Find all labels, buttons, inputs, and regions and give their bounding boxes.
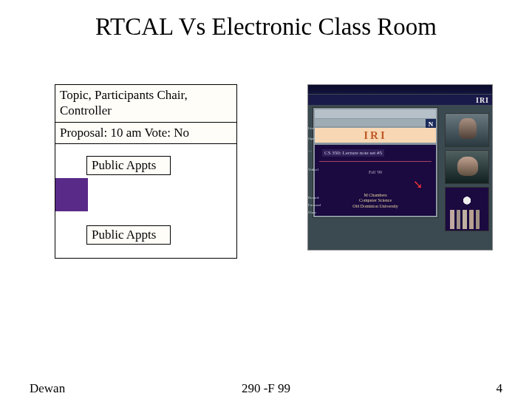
banner-brand: IRI (476, 96, 489, 104)
shared-slide-footer: M Chambers Computer Science Old Dominion… (315, 193, 436, 210)
banner-bar: IRI (308, 95, 492, 105)
app-logo: IRI (315, 128, 436, 143)
slide-title: RTCAL Vs Electronic Class Room (0, 13, 532, 41)
private-appt-block (55, 178, 88, 211)
video-thumb-3 (445, 187, 489, 231)
univ-line: Old Dominion University (315, 204, 436, 210)
side-label: Record (308, 196, 323, 200)
side-label: Close (308, 211, 323, 214)
side-label: Open (308, 137, 323, 140)
footer-page: 4 (497, 381, 503, 396)
public-appt-2: Public Appts (86, 225, 171, 245)
shared-window: N IRI CS 350: Lecture note set #5 Fall '… (313, 107, 438, 218)
shared-slide-term: Fall '99 (315, 170, 436, 174)
divider-line (319, 161, 432, 162)
calendar-grid: Public Appts Public Appts (55, 143, 237, 259)
window-titlebar (308, 85, 492, 94)
shared-slide-title: CS 350: Lecture note set #5 (322, 149, 384, 157)
side-label: Forward (308, 203, 323, 207)
toolbar-row-2 (315, 119, 436, 126)
side-label: List (308, 126, 323, 130)
side-label: — (308, 149, 323, 152)
author-line: M Chambers (315, 193, 436, 199)
pointer-arrow-icon: ➘ (413, 177, 423, 191)
shared-slide: CS 350: Lecture note set #5 Fall '99 ➘ M… (315, 145, 436, 216)
topic-box: Topic, Participants Chair, Controller (55, 84, 237, 123)
proposal-box: Proposal: 10 am Vote: No (55, 122, 237, 144)
video-thumb-1 (445, 113, 489, 147)
toolbar-row-1 (315, 109, 436, 118)
slide: RTCAL Vs Electronic Class Room Topic, Pa… (0, 0, 532, 399)
footer-course: 290 -F 99 (0, 381, 532, 396)
video-thumb-2 (445, 150, 489, 184)
public-appt-1: Public Appts (86, 156, 171, 175)
side-label: Video1 (308, 168, 323, 171)
dept-line: Computer Science (315, 198, 436, 204)
rtcal-panel: Topic, Participants Chair, Controller Pr… (55, 84, 237, 259)
classroom-screenshot: IRI N IRI CS 350: Lecture note set #5 Fa… (307, 84, 493, 250)
